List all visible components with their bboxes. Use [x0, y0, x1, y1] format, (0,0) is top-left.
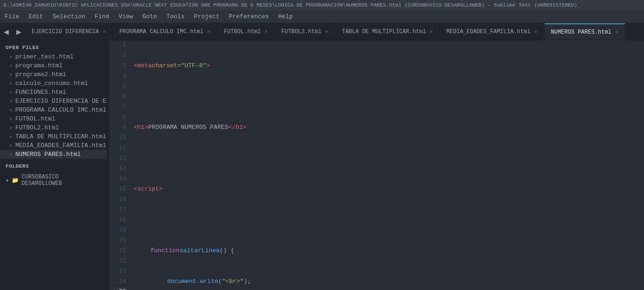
- tab-label: MEDIA_EDADES_FAMILIA.html: [446, 28, 531, 35]
- sidebar-item-futbol2[interactable]: ✕ FUTBOL2.html: [0, 123, 107, 132]
- tab-futbol2[interactable]: FUTBOL2.html ✕: [275, 23, 335, 40]
- sidebar-file-name: programa2.html: [15, 71, 66, 78]
- tab-close-icon[interactable]: ✕: [265, 28, 268, 35]
- sidebar-item-primer-test[interactable]: ✕ primer_test.html: [0, 52, 107, 61]
- tab-close-icon[interactable]: ✕: [534, 28, 538, 35]
- line-num-24: 24: [113, 276, 126, 287]
- line-num-10: 10: [113, 133, 126, 143]
- tab-close-icon[interactable]: ✕: [207, 28, 211, 35]
- menu-find[interactable]: Find: [90, 11, 114, 22]
- sidebar-folder-cursobasico[interactable]: ▾ 📁 CURSOBASICO DESAROLLOWEB: [0, 171, 107, 190]
- tab-numeros-pares[interactable]: NUMEROS PARES.html ✕: [545, 23, 625, 40]
- tab-label: FUTBOL.html: [224, 28, 261, 35]
- menu-file[interactable]: File: [0, 11, 24, 22]
- sidebar-file-name: NUMEROS PARES.html: [15, 151, 81, 158]
- tab-close-icon[interactable]: ✕: [430, 28, 433, 35]
- open-files-label: OPEN FILES: [0, 40, 107, 52]
- line-num-20: 20: [113, 235, 126, 246]
- tab-media-edades-familia[interactable]: MEDIA_EDADES_FAMILIA.html ✕: [440, 23, 545, 40]
- code-line-5: <script>: [134, 184, 644, 194]
- sidebar-item-programa-imc[interactable]: ✕ PROGRAMA CALCULO IMC.html: [0, 106, 107, 114]
- sidebar-file-name: MEDIA_EDADES_FAMILIA.html: [15, 142, 106, 149]
- line-num-23: 23: [113, 266, 126, 276]
- tab-label: TABLA DE MULTIPLICAR.html: [342, 28, 426, 35]
- code-line-1: <meta charset="UTF-8">: [134, 61, 644, 71]
- sidebar-file-name: primer_test.html: [15, 53, 74, 60]
- menu-project[interactable]: Project: [189, 11, 224, 22]
- menu-goto[interactable]: Goto: [138, 11, 162, 22]
- file-close-icon[interactable]: ✕: [9, 125, 13, 131]
- line-num-5: 5: [113, 81, 126, 92]
- line-num-1: 1: [113, 40, 126, 50]
- tab-prev-button[interactable]: ◀: [0, 23, 13, 40]
- line-num-4: 4: [113, 71, 126, 81]
- code-line-8: document.write("<br>");: [134, 276, 644, 287]
- menu-view[interactable]: View: [114, 11, 138, 22]
- code-editor[interactable]: <meta charset="UTF-8"> <h1>PROGRAMA NUME…: [132, 40, 644, 290]
- folder-collapse-icon: ▾: [6, 177, 9, 184]
- line-num-17: 17: [113, 205, 126, 215]
- tab-label: PROGRAMA CALCULO IMC.html: [120, 28, 204, 35]
- file-close-icon[interactable]: ✕: [9, 89, 13, 95]
- sidebar-item-tabla-multiplicar[interactable]: ✕ TABLA DE MULTIPLICAR.html: [0, 132, 107, 141]
- sidebar-item-futbol[interactable]: ✕ FUTBOL.html: [0, 114, 107, 123]
- tab-close-icon[interactable]: ✕: [103, 28, 106, 35]
- file-close-icon[interactable]: ✕: [9, 63, 13, 69]
- line-num-2: 2: [113, 50, 126, 61]
- line-num-12: 12: [113, 153, 126, 163]
- line-num-11: 11: [113, 143, 126, 153]
- line-num-6: 6: [113, 92, 126, 102]
- sidebar-item-media-edades[interactable]: ✕ MEDIA_EDADES_FAMILIA.html: [0, 141, 107, 150]
- menu-preferences[interactable]: Preferences: [224, 11, 274, 22]
- menu-edit[interactable]: Edit: [24, 11, 48, 22]
- line-num-3: 3: [113, 61, 126, 71]
- menu-help[interactable]: Help: [274, 11, 297, 22]
- menu-tools[interactable]: Tools: [162, 11, 189, 22]
- line-num-13: 13: [113, 163, 126, 174]
- title-text: E:\ADRIAN ZAMUDIO\MINTIC APLICACIONES US…: [4, 2, 577, 8]
- tab-label: FUTBOL2.html: [281, 28, 321, 35]
- tab-next-button[interactable]: ▶: [13, 23, 25, 40]
- file-close-icon[interactable]: ✕: [9, 80, 13, 86]
- tab-ejercicio-diferencia[interactable]: EJERCICIO DIFERENCIA ✕: [25, 23, 113, 40]
- line-num-21: 21: [113, 246, 126, 256]
- sidebar-item-funciones[interactable]: ✕ FUNCIONES.html: [0, 88, 107, 97]
- file-close-icon[interactable]: ✕: [9, 142, 13, 149]
- file-close-icon[interactable]: ✕: [9, 151, 13, 157]
- sidebar-item-ejercicio-diferencia[interactable]: ✕ EJERCICIO DIFERENCIA DE EDADES.html: [0, 97, 107, 106]
- tab-close-icon[interactable]: ✕: [615, 29, 618, 35]
- sidebar-file-name: TABLA DE MULTIPLICAR.html: [15, 133, 106, 140]
- editor-area: 1 2 3 4 5 6 7 8 9 10 11 12 13 14 15 16 1…: [107, 40, 644, 290]
- file-close-icon[interactable]: ✕: [9, 98, 13, 104]
- tab-futbol[interactable]: FUTBOL.html ✕: [217, 23, 275, 40]
- sidebar-item-programa[interactable]: ✕ programa.html: [0, 61, 107, 70]
- file-close-icon[interactable]: ✕: [9, 107, 13, 113]
- file-close-icon[interactable]: ✕: [9, 116, 13, 122]
- sidebar-item-programa2[interactable]: ✕ programa2.html: [0, 70, 107, 79]
- tab-label: EJERCICIO DIFERENCIA: [32, 28, 99, 35]
- file-close-icon[interactable]: ✕: [9, 54, 13, 60]
- sidebar-item-numeros-pares[interactable]: ✕ NUMEROS PARES.html: [0, 150, 107, 159]
- line-num-7: 7: [113, 102, 126, 112]
- sidebar-file-name: FUTBOL.html: [15, 115, 56, 122]
- file-close-icon[interactable]: ✕: [9, 71, 13, 78]
- sidebar-file-name: programa.html: [15, 62, 63, 69]
- code-line-3: <h1>PROGRAMA NUMEROS PARES</h1>: [134, 122, 644, 133]
- code-line-2: [134, 92, 644, 102]
- title-bar: E:\ADRIAN ZAMUDIO\MINTIC APLICACIONES US…: [0, 0, 644, 10]
- line-num-8: 8: [113, 112, 126, 122]
- menu-selection[interactable]: Selection: [48, 11, 90, 22]
- tab-bar: ◀ ▶ EJERCICIO DIFERENCIA ✕ PROGRAMA CALC…: [0, 23, 644, 40]
- menu-bar: File Edit Selection Find View Goto Tools…: [0, 10, 644, 23]
- code-line-4: [134, 153, 644, 163]
- tab-tabla-multiplicar[interactable]: TABLA DE MULTIPLICAR.html ✕: [335, 23, 440, 40]
- file-close-icon[interactable]: ✕: [9, 134, 13, 140]
- sidebar-file-name: calculo_consumo.html: [15, 80, 88, 87]
- tab-label: NUMEROS PARES.html: [551, 29, 612, 35]
- line-num-19: 19: [113, 225, 126, 235]
- tab-programa-calculo-imc[interactable]: PROGRAMA CALCULO IMC.html ✕: [113, 23, 218, 40]
- sidebar-file-name: PROGRAMA CALCULO IMC.html: [15, 106, 106, 113]
- line-num-22: 22: [113, 256, 126, 266]
- tab-close-icon[interactable]: ✕: [326, 28, 329, 35]
- sidebar-item-calculo-consumo[interactable]: ✕ calculo_consumo.html: [0, 79, 107, 88]
